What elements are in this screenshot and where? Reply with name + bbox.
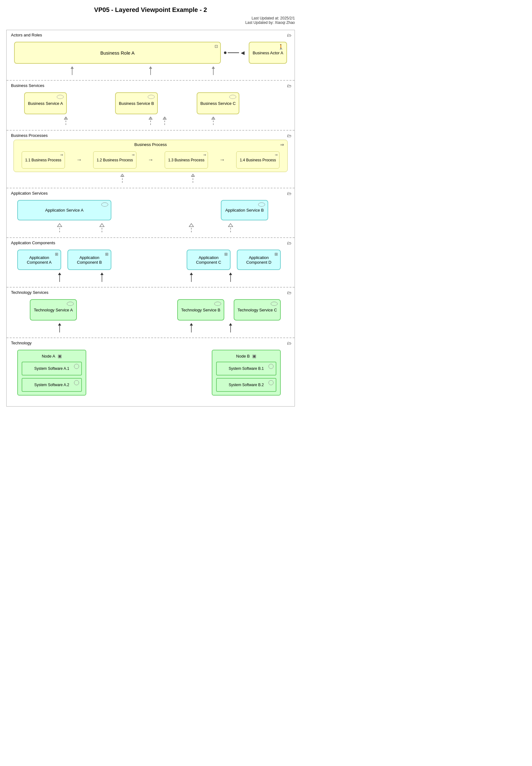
sys-sw-a2[interactable]: System Software A.2: [22, 378, 82, 392]
bp-1-icon: ⇒: [60, 153, 63, 157]
ac-b-label: Application Component B: [72, 255, 107, 265]
bp-arrow-2: →: [148, 157, 153, 163]
ts-b-label: Technology Service B: [181, 308, 220, 312]
app-service-b[interactable]: Application Service B: [221, 200, 268, 221]
assoc-arrow: ◄: [224, 49, 246, 56]
app-component-a[interactable]: Application Component A ⊞: [17, 250, 61, 270]
svg-marker-3: [149, 66, 152, 69]
business-service-b[interactable]: Business Service B: [115, 92, 158, 114]
node-b-label: Node B: [236, 354, 250, 359]
layer-actors-title: Actors and Roles: [11, 33, 290, 37]
fold-icon-as[interactable]: 🗁: [287, 191, 291, 196]
arrows-appsvc-to-bp: [11, 174, 290, 183]
app-component-c[interactable]: Application Component C ⊞: [187, 250, 231, 270]
bs-oval-c: [229, 95, 236, 99]
svg-marker-33: [229, 273, 232, 275]
layer-bs-title: Business Services: [11, 83, 290, 88]
bs-b-label: Business Service B: [119, 101, 154, 106]
page-title: VP05 - Layered Viewpoint Example - 2: [6, 6, 295, 13]
layer-tech-services: Technology Services 🗁 Technology Service…: [7, 288, 295, 338]
fold-icon-bp[interactable]: 🗁: [287, 133, 291, 138]
bp-outer-label: Business Process: [134, 142, 167, 147]
business-role-label: Business Role A: [100, 50, 135, 56]
bp-outer-icon: ⇒: [280, 142, 284, 147]
ss-a2-circle: [74, 380, 79, 385]
svg-marker-19: [57, 224, 62, 227]
layer-tech-title: Technology: [11, 341, 290, 345]
bp-3-label: 1.3 Business Process: [168, 158, 204, 162]
app-component-b[interactable]: Application Component B ⊞: [67, 250, 111, 270]
business-service-a[interactable]: Business Service A: [24, 92, 67, 114]
ss-b1-label: System Software B.1: [229, 366, 264, 371]
bp-2-icon: ⇒: [132, 153, 135, 157]
as-oval-a: [101, 203, 108, 207]
ac-a-icon: ⊞: [55, 252, 58, 257]
fold-icon-ts[interactable]: 🗁: [287, 290, 291, 295]
tech-service-c[interactable]: Technology Service C: [234, 299, 281, 321]
ts-oval-c: [271, 302, 278, 306]
fold-icon-bs[interactable]: 🗁: [287, 83, 291, 88]
as-b-label: Application Service B: [225, 208, 264, 213]
layer-bp-title: Business Processes: [11, 133, 290, 138]
meta-info: Last Updated at: 2025/2/1 Last Updated b…: [6, 16, 295, 25]
layer-business-services: Business Services 🗁 Business Service A B…: [7, 81, 295, 130]
svg-marker-29: [100, 273, 104, 275]
as-a-label: Application Service A: [45, 208, 83, 213]
node-b[interactable]: Node B ▣ System Software B.1 System Soft…: [212, 350, 281, 396]
ss-b2-circle: [269, 380, 274, 385]
layer-actors: Actors and Roles 🗁 Business Role A ⊡ ◄ B…: [7, 30, 295, 81]
bp-item-2[interactable]: 1.2 Business Process ⇒: [93, 151, 136, 168]
tech-service-b[interactable]: Technology Service B: [177, 299, 224, 321]
ts-oval-b: [214, 302, 221, 306]
svg-marker-25: [228, 224, 233, 227]
sys-sw-b2[interactable]: System Software B.2: [216, 378, 276, 392]
arrows-bs-to-actors: [11, 66, 290, 76]
svg-marker-27: [58, 273, 61, 275]
ts-a-label: Technology Service A: [34, 308, 73, 312]
svg-marker-35: [58, 323, 61, 326]
arrows-tech-to-techsvc: [11, 323, 290, 333]
sys-sw-a1[interactable]: System Software A.1: [22, 362, 82, 375]
bp-item-3[interactable]: 1.3 Business Process ⇒: [165, 151, 208, 168]
svg-marker-37: [190, 323, 193, 326]
ss-a1-circle: [74, 364, 79, 369]
tech-service-a[interactable]: Technology Service A: [30, 299, 77, 321]
business-role-box[interactable]: Business Role A ⊡: [14, 42, 221, 64]
svg-marker-21: [100, 224, 104, 227]
ss-b2-label: System Software B.2: [229, 383, 264, 387]
layer-app-components: Application Components 🗁 Application Com…: [7, 238, 295, 288]
bp-item-4[interactable]: 1.4 Business Process ⇒: [236, 151, 279, 168]
bp-3-icon: ⇒: [203, 153, 206, 157]
layer-ac-title: Application Components: [11, 241, 290, 245]
fold-icon-actors[interactable]: 🗁: [287, 33, 291, 38]
ac-c-label: Application Component C: [191, 255, 226, 265]
business-actor-icon: 🚶: [278, 44, 284, 50]
bp-item-1[interactable]: 1.1 Business Process ⇒: [22, 151, 65, 168]
layer-technology: Technology 🗁 Node A ▣ System Software A.…: [7, 338, 295, 406]
node-a[interactable]: Node A ▣ System Software A.1 System Soft…: [17, 350, 86, 396]
bs-oval-b: [148, 95, 155, 99]
sys-sw-b1[interactable]: System Software B.1: [216, 362, 276, 375]
fold-icon-tech[interactable]: 🗁: [287, 341, 291, 346]
arrows-appcomp-to-appsvc: [11, 223, 290, 233]
app-component-d[interactable]: Application Component D ⊞: [237, 250, 281, 270]
layer-ts-title: Technology Services: [11, 290, 290, 295]
business-actor-box[interactable]: Business Actor A 🚶: [249, 42, 287, 64]
layer-business-processes: Business Processes 🗁 Business Process ⇒ …: [7, 130, 295, 188]
bs-oval-a: [57, 95, 64, 99]
business-service-c[interactable]: Business Service C: [197, 92, 240, 114]
fold-icon-ac[interactable]: 🗁: [287, 241, 291, 246]
svg-marker-23: [189, 224, 194, 227]
ts-oval-a: [67, 302, 74, 306]
node-b-icon: ▣: [252, 354, 256, 359]
arrows-techsvc-to-appcomp: [11, 273, 290, 283]
ac-d-icon: ⊞: [274, 252, 278, 257]
ac-c-icon: ⊞: [224, 252, 228, 257]
ss-b1-circle: [269, 364, 274, 369]
svg-marker-1: [71, 66, 74, 69]
app-service-a[interactable]: Application Service A: [17, 200, 111, 221]
arrows-bp-to-bs: [11, 117, 290, 125]
svg-marker-39: [229, 323, 232, 326]
bp-arrow-3: →: [219, 157, 225, 163]
ac-b-icon: ⊞: [105, 252, 109, 257]
